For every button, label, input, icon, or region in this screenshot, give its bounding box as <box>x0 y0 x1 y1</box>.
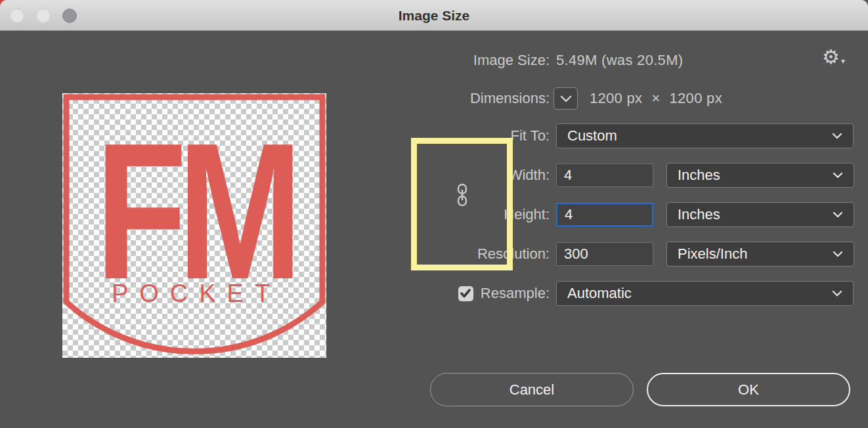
chain-link-icon <box>456 183 469 207</box>
fit-to-selected: Custom <box>567 127 617 144</box>
image-size-dialog: Image Size FM POCKET Image Size: 5.49M (… <box>0 0 868 428</box>
width-input[interactable] <box>556 163 653 187</box>
chevron-down-icon <box>833 172 843 179</box>
height-unit-selected: Inches <box>678 206 720 223</box>
cancel-button[interactable]: Cancel <box>430 373 634 406</box>
width-label: Width: <box>368 167 550 184</box>
image-size-label: Image Size: <box>368 52 550 69</box>
image-size-row: Image Size: 5.49M (was 20.5M) <box>368 48 683 73</box>
link-dimensions-toggle[interactable] <box>456 183 469 209</box>
resample-checkbox[interactable] <box>458 286 473 301</box>
settings-menu-button[interactable]: ⚙ ▾ <box>822 46 845 68</box>
resolution-row: Resolution: Pixels/Inch <box>368 242 854 267</box>
resolution-input[interactable] <box>556 242 653 266</box>
resolution-unit-selected: Pixels/Inch <box>678 246 747 263</box>
dimensions-height-value: 1200 px <box>670 90 722 107</box>
fit-to-row: Fit To: Custom <box>368 123 854 148</box>
fit-to-label: Fit To: <box>368 127 550 144</box>
fit-to-dropdown[interactable]: Custom <box>556 123 854 148</box>
width-unit-dropdown[interactable]: Inches <box>666 163 854 188</box>
dimensions-label: Dimensions: <box>368 90 550 107</box>
dimensions-width-value: 1200 px <box>590 90 642 107</box>
width-unit-selected: Inches <box>678 167 720 184</box>
resolution-label: Resolution: <box>368 246 550 263</box>
image-size-value: 5.49M (was 20.5M) <box>556 52 683 69</box>
resample-dropdown[interactable]: Automatic <box>556 281 854 306</box>
width-row: Width: Inches <box>368 163 854 188</box>
chevron-down-icon <box>560 95 572 102</box>
title-bar: Image Size <box>0 0 868 31</box>
ok-button[interactable]: OK <box>647 373 850 406</box>
logo-sub-text: POCKET <box>112 280 281 307</box>
chevron-down-icon <box>833 211 843 218</box>
height-unit-dropdown[interactable]: Inches <box>666 202 854 227</box>
height-input[interactable] <box>556 203 653 226</box>
caret-down-icon: ▾ <box>841 56 845 66</box>
resample-selected: Automatic <box>567 285 632 302</box>
window-title: Image Size <box>0 0 868 31</box>
gear-icon: ⚙ <box>822 46 840 68</box>
checkmark-icon <box>460 289 471 298</box>
resample-row: Resample: Automatic <box>368 281 854 306</box>
chevron-down-icon <box>832 290 842 297</box>
resolution-unit-dropdown[interactable]: Pixels/Inch <box>666 242 854 267</box>
dimensions-row: Dimensions: 1200 px × 1200 px <box>368 86 722 111</box>
chevron-down-icon <box>832 133 842 139</box>
dimensions-separator: × <box>651 90 660 107</box>
height-row: Height: Inches <box>368 202 854 227</box>
image-preview: FM POCKET <box>62 93 326 358</box>
fm-pocket-logo: FM POCKET <box>62 93 326 358</box>
chevron-down-icon <box>833 251 843 257</box>
dimensions-units-button[interactable] <box>553 87 578 110</box>
resample-label: Resample: <box>481 285 550 302</box>
